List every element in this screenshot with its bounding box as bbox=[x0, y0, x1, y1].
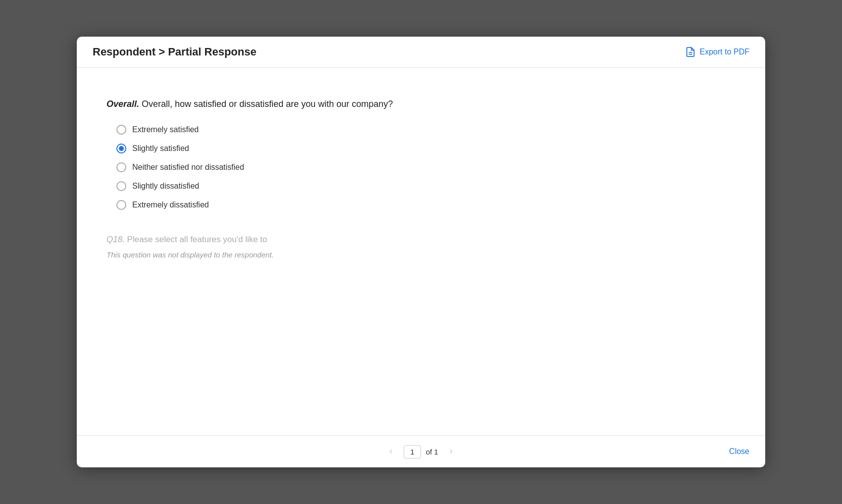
radio-slightly-satisfied[interactable] bbox=[116, 144, 126, 153]
modal-body: Overall. Overall, how satisfied or dissa… bbox=[77, 68, 765, 435]
radio-extremely-dissatisfied[interactable] bbox=[116, 200, 126, 210]
radio-label-extremely-dissatisfied: Extremely dissatisfied bbox=[132, 201, 209, 209]
radio-slightly-dissatisfied[interactable] bbox=[116, 181, 126, 191]
radio-label-extremely-satisfied: Extremely satisfied bbox=[132, 125, 199, 134]
pagination: 1 of 1 bbox=[383, 444, 459, 459]
close-button[interactable]: Close bbox=[729, 447, 749, 456]
chevron-right-icon bbox=[448, 448, 455, 455]
modal-footer: 1 of 1 Close bbox=[77, 435, 765, 467]
list-item: Slightly dissatisfied bbox=[116, 181, 736, 191]
list-item: Extremely dissatisfied bbox=[116, 200, 736, 210]
export-pdf-icon bbox=[685, 47, 696, 57]
radio-neither[interactable] bbox=[116, 162, 126, 172]
modal: Respondent > Partial Response Export to … bbox=[77, 37, 765, 467]
not-displayed-notice: This question was not displayed to the r… bbox=[106, 251, 736, 259]
list-item: Extremely satisfied bbox=[116, 125, 736, 135]
modal-header: Respondent > Partial Response Export to … bbox=[77, 37, 765, 68]
radio-label-slightly-dissatisfied: Slightly dissatisfied bbox=[132, 182, 199, 191]
question2-block: Q18. Please select all features you'd li… bbox=[106, 235, 736, 259]
radio-options: Extremely satisfied Slightly satisfied N… bbox=[106, 125, 736, 210]
chevron-left-icon bbox=[387, 448, 394, 455]
radio-extremely-satisfied[interactable] bbox=[116, 125, 126, 135]
export-label: Export to PDF bbox=[700, 48, 749, 56]
radio-label-neither: Neither satisfied nor dissatisfied bbox=[132, 163, 244, 172]
previous-page-button[interactable] bbox=[383, 444, 399, 459]
radio-selected-indicator bbox=[119, 146, 124, 151]
question1-body: Overall, how satisfied or dissatisfied a… bbox=[139, 99, 393, 109]
modal-title: Respondent > Partial Response bbox=[93, 46, 257, 58]
next-page-button[interactable] bbox=[443, 444, 459, 459]
list-item: Slightly satisfied bbox=[116, 144, 736, 153]
question1-prefix: Overall. bbox=[106, 99, 139, 109]
question1-block: Overall. Overall, how satisfied or dissa… bbox=[106, 98, 736, 210]
question2-body: Please select all features you'd like to bbox=[125, 235, 267, 244]
question2-prefix: Q18. bbox=[106, 235, 125, 244]
list-item: Neither satisfied nor dissatisfied bbox=[116, 162, 736, 172]
export-to-pdf-button[interactable]: Export to PDF bbox=[685, 47, 749, 57]
question1-text: Overall. Overall, how satisfied or dissa… bbox=[106, 98, 736, 111]
page-of-label: of 1 bbox=[426, 448, 438, 456]
page-number: 1 bbox=[404, 445, 421, 458]
radio-label-slightly-satisfied: Slightly satisfied bbox=[132, 144, 189, 153]
question2-text: Q18. Please select all features you'd li… bbox=[106, 235, 736, 245]
